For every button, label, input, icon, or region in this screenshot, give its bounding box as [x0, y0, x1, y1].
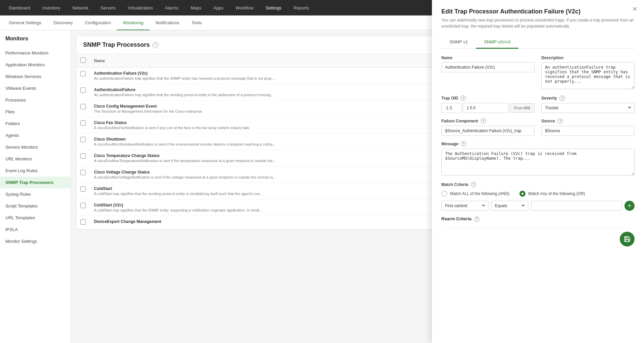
sidebar-item-syslog-rules[interactable]: Syslog Rules: [0, 188, 70, 200]
failure-comp-help-icon[interactable]: ?: [481, 118, 486, 124]
rearm-help-icon[interactable]: ?: [474, 217, 479, 222]
message-help-icon[interactable]: ?: [461, 141, 466, 147]
match-any-option[interactable]: Match Any of the following (OR): [519, 191, 585, 197]
subnav-configuration[interactable]: Configuration: [79, 15, 117, 30]
severity-group: Severity ? Trouble Warning Critical Info: [541, 96, 635, 113]
row-checkbox-cell[interactable]: [76, 150, 90, 166]
trap-oid-inputs: From MIB: [441, 103, 535, 113]
source-input[interactable]: [541, 126, 635, 136]
select-all-checkbox[interactable]: [80, 58, 86, 63]
trapoid-group: Trap OID ? From MIB: [441, 96, 535, 113]
from-mib-button[interactable]: From MIB: [510, 103, 535, 113]
sidebar-item-snmp-trap-processors[interactable]: SNMP Trap Processors: [0, 177, 70, 188]
message-textarea[interactable]: The Authentication Failure (V2c) trap is…: [441, 149, 635, 176]
trapoid-prefix-input[interactable]: [441, 103, 462, 113]
row-checkbox-cell[interactable]: [76, 84, 90, 101]
match-any-label: Match Any of the following (OR): [528, 191, 585, 196]
sidebar-item-application-monitors[interactable]: Application Monitors: [0, 59, 70, 71]
save-button[interactable]: [620, 232, 635, 246]
nav-item-alarms[interactable]: Alarms: [159, 0, 184, 15]
equals-select[interactable]: Equals Contains Starts with Ends with: [491, 201, 528, 211]
varbind-select[interactable]: First varbind Second varbind Third varbi…: [441, 201, 488, 211]
subnav-monitoring[interactable]: Monitoring: [117, 15, 149, 30]
row-checkbox[interactable]: [80, 120, 86, 126]
sidebar-item-folders[interactable]: Folders: [0, 118, 70, 129]
sidebar-item-script-templates[interactable]: Script Templates: [0, 200, 70, 212]
row-checkbox-cell[interactable]: [76, 134, 90, 150]
row-checkbox[interactable]: [80, 170, 86, 175]
name-input[interactable]: [441, 62, 535, 72]
severity-label: Severity ?: [541, 96, 635, 101]
tab-snmp-v2c-v3[interactable]: SNMP v2c/v3: [476, 36, 519, 49]
sidebar-item-agents[interactable]: Agents: [0, 129, 70, 141]
severity-select[interactable]: Trouble Warning Critical Info: [541, 103, 635, 113]
sidebar-item-vmware-events[interactable]: VMware Events: [0, 82, 70, 94]
nav-item-settings[interactable]: Settings: [260, 0, 287, 15]
row-checkbox[interactable]: [80, 219, 86, 225]
trapoid-label: Trap OID ?: [441, 96, 535, 101]
tab-snmp-v1[interactable]: SNMP v1: [441, 36, 476, 49]
panel-tabs: SNMP v1 SNMP v2c/v3: [441, 36, 635, 49]
match-criteria-label: Match Criteria ?: [441, 182, 635, 187]
row-checkbox[interactable]: [80, 87, 86, 93]
row-checkbox-cell[interactable]: [76, 68, 90, 84]
row-checkbox[interactable]: [80, 186, 86, 192]
row-checkbox-cell[interactable]: [76, 183, 90, 199]
row-checkbox[interactable]: [80, 71, 86, 76]
sidebar-item-event-log-rules[interactable]: Event Log Rules: [0, 165, 70, 177]
criteria-value-input[interactable]: [531, 201, 622, 211]
row-checkbox-cell[interactable]: [76, 101, 90, 117]
row-checkbox[interactable]: [80, 203, 86, 208]
nav-item-dashboard[interactable]: Dashboard: [3, 0, 36, 15]
row-checkbox-cell[interactable]: [76, 166, 90, 183]
nav-item-inventory[interactable]: Inventory: [36, 0, 66, 15]
subnav-tools[interactable]: Tools: [185, 15, 208, 30]
match-radio-row: Match ALL of the following (AND) Match A…: [441, 191, 635, 197]
row-checkbox-cell[interactable]: [76, 216, 90, 229]
nav-item-maps[interactable]: Maps: [184, 0, 207, 15]
match-all-option[interactable]: Match ALL of the following (AND): [441, 191, 509, 197]
subnav-notifications[interactable]: Notifications: [149, 15, 185, 30]
row-checkbox-cell[interactable]: [76, 117, 90, 134]
sidebar-item-windows-services[interactable]: Windows Services: [0, 71, 70, 82]
sidebar-item-url-templates[interactable]: URL Templates: [0, 212, 70, 224]
sidebar-item-url-monitors[interactable]: URL Monitors: [0, 153, 70, 165]
nav-item-servers[interactable]: Servers: [95, 0, 122, 15]
add-criteria-button[interactable]: +: [624, 201, 635, 211]
col-checkbox: [76, 54, 90, 68]
message-label: Message ?: [441, 141, 635, 147]
trapoid-suffix-input[interactable]: [463, 103, 508, 113]
match-criteria-help-icon[interactable]: ?: [471, 182, 476, 187]
description-textarea[interactable]: An authenticationFailure trap signifies …: [541, 62, 635, 89]
sidebar-item-files[interactable]: Files: [0, 106, 70, 118]
source-help-icon[interactable]: ?: [557, 118, 563, 124]
sidebar-item-service-monitors[interactable]: Service Monitors: [0, 141, 70, 153]
table-help-icon[interactable]: ?: [152, 42, 159, 48]
sidebar-item-performance-monitors[interactable]: Performance Monitors: [0, 47, 70, 59]
subnav-general-settings[interactable]: General Settings: [3, 15, 47, 30]
description-label: Description: [541, 55, 635, 60]
severity-help-icon[interactable]: ?: [560, 96, 565, 101]
nav-item-reports[interactable]: Reports: [287, 0, 315, 15]
sidebar-item-monitor-settings[interactable]: Monitor Settings: [0, 235, 70, 247]
match-criteria-section: Match Criteria ? Match ALL of the follow…: [441, 182, 635, 211]
failure-component-input[interactable]: [441, 126, 535, 136]
row-checkbox[interactable]: [80, 153, 86, 159]
match-any-radio[interactable]: [519, 191, 526, 197]
row-checkbox-cell[interactable]: [76, 199, 90, 216]
nav-item-apps[interactable]: Apps: [207, 0, 230, 15]
failure-component-group: Failure Component ?: [441, 118, 535, 136]
row-checkbox[interactable]: [80, 137, 86, 142]
nav-item-network[interactable]: Network: [66, 0, 95, 15]
sidebar-item-processes[interactable]: Processes: [0, 94, 70, 106]
failure-source-row: Failure Component ? Source ?: [441, 118, 635, 136]
sidebar-item-ipsla[interactable]: IPSLA: [0, 224, 70, 235]
row-checkbox[interactable]: [80, 104, 86, 109]
table-title: SNMP Trap Processors: [83, 41, 150, 48]
subnav-discovery[interactable]: Discovery: [47, 15, 79, 30]
nav-item-workflow[interactable]: Workflow: [230, 0, 260, 15]
match-all-radio[interactable]: [441, 191, 447, 197]
name-label: Name: [441, 55, 535, 60]
nav-item-virtualization[interactable]: Virtualization: [122, 0, 159, 15]
trapoid-help-icon[interactable]: ?: [461, 96, 466, 101]
